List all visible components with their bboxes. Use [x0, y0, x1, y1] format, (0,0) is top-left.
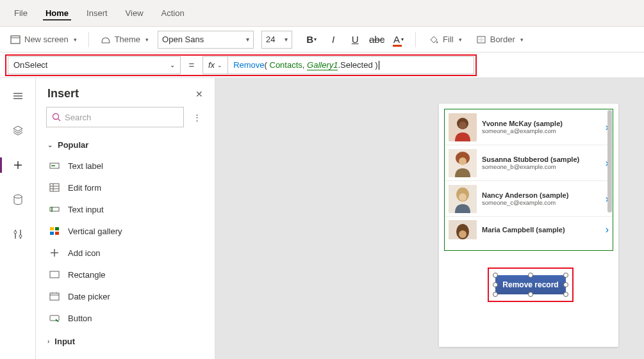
- font-family-select[interactable]: Open Sans ▾: [158, 31, 254, 49]
- resize-handle[interactable]: [493, 292, 498, 297]
- rail-insert[interactable]: [6, 154, 29, 177]
- svg-point-16: [53, 114, 59, 120]
- formula-token-paren: ): [375, 60, 377, 70]
- formula-token-comma: ,: [302, 60, 307, 70]
- formula-token-paren: (: [265, 60, 270, 70]
- formula-highlight: OnSelect ⌄ = fx ⌄ Remove( Contacts, Gall…: [5, 54, 477, 76]
- category-popular[interactable]: ⌄ Popular: [36, 135, 215, 155]
- svg-point-49: [459, 230, 466, 238]
- resize-handle[interactable]: [563, 273, 568, 278]
- formula-bar: OnSelect ⌄ = fx ⌄ Remove( Contacts, Gall…: [0, 52, 644, 78]
- search-input[interactable]: Search: [46, 107, 184, 127]
- svg-point-11: [14, 195, 22, 198]
- svg-rect-0: [11, 36, 20, 44]
- svg-point-13: [14, 231, 17, 234]
- fill-button[interactable]: Fill ▾: [424, 32, 467, 47]
- rail-database[interactable]: [6, 188, 29, 211]
- border-label: Border: [490, 35, 515, 44]
- tree-icon: [12, 92, 24, 100]
- formula-token-prop: .Selected: [338, 60, 375, 70]
- button-icon: [49, 312, 60, 324]
- strikethrough-button[interactable]: abc: [368, 31, 386, 49]
- toolbar-separator: [88, 32, 89, 47]
- italic-button[interactable]: I: [324, 31, 342, 49]
- plus-icon: [12, 159, 24, 171]
- insert-item-rectangle[interactable]: Rectangle: [36, 264, 215, 285]
- new-screen-label: New screen: [24, 35, 69, 44]
- property-value: OnSelect: [13, 60, 47, 70]
- svg-rect-29: [55, 232, 59, 235]
- more-button[interactable]: ⋮: [189, 113, 204, 122]
- bold-button[interactable]: B▾: [302, 31, 320, 49]
- close-icon[interactable]: ✕: [195, 89, 203, 99]
- theme-button[interactable]: Theme ▾: [95, 32, 154, 47]
- rail-tools[interactable]: [6, 223, 29, 246]
- insert-item-label: Button: [68, 314, 92, 323]
- insert-item-date-picker[interactable]: Date picker: [36, 285, 215, 307]
- insert-item-text-input[interactable]: Text input: [36, 198, 215, 220]
- border-button[interactable]: Border ▾: [471, 32, 529, 47]
- gallery-scrollbar[interactable]: [607, 110, 612, 212]
- gallery-row[interactable]: Susanna Stubberod (sample)someone_b@exam…: [445, 145, 613, 181]
- underline-button[interactable]: U: [346, 31, 364, 49]
- font-color-button[interactable]: A▾: [390, 31, 408, 49]
- fill-label: Fill: [443, 35, 454, 44]
- formula-token-control: Gallery1: [307, 60, 338, 70]
- resize-handle[interactable]: [528, 273, 533, 278]
- rect-icon: [49, 269, 60, 280]
- search-icon: [52, 113, 61, 122]
- equals-label: =: [181, 60, 202, 70]
- chevron-right-icon[interactable]: ›: [606, 224, 609, 235]
- formula-token-datasource: Contacts: [270, 60, 302, 70]
- gallery-item-email: someone_a@example.com: [482, 127, 600, 134]
- property-selector[interactable]: OnSelect ⌄: [8, 56, 181, 74]
- remove-record-button[interactable]: Remove record: [495, 275, 566, 294]
- menu-item-view[interactable]: View: [117, 3, 153, 23]
- calendar-icon: [49, 291, 60, 302]
- left-rail: [0, 78, 36, 359]
- ribbon-toolbar: New screen ▾ Theme ▾ Open Sans ▾ 24 ▾ B▾…: [0, 27, 644, 52]
- resize-handle[interactable]: [493, 282, 498, 287]
- gallery-row[interactable]: Nancy Anderson (sample)someone_c@example…: [445, 181, 613, 217]
- svg-rect-27: [55, 227, 59, 230]
- rail-tree-view[interactable]: [6, 84, 29, 108]
- menu-item-file[interactable]: File: [5, 3, 37, 23]
- gallery-row[interactable]: Yvonne McKay (sample)someone_a@example.c…: [445, 109, 613, 145]
- new-screen-button[interactable]: New screen ▾: [5, 32, 82, 47]
- gallery-control[interactable]: Yvonne McKay (sample)someone_a@example.c…: [444, 109, 613, 251]
- resize-handle[interactable]: [563, 282, 568, 287]
- gallery-row[interactable]: Maria Campbell (sample) ›: [445, 217, 613, 243]
- menu-item-action[interactable]: Action: [153, 3, 194, 23]
- insert-item-label: Rectangle: [68, 270, 106, 280]
- search-placeholder: Search: [65, 113, 91, 122]
- menu-item-insert[interactable]: Insert: [78, 3, 117, 23]
- svg-line-17: [58, 119, 61, 122]
- insert-item-edit-form[interactable]: Edit form: [36, 177, 215, 198]
- insert-item-vertical-gallery[interactable]: Vertical gallery: [36, 220, 215, 242]
- font-size-select[interactable]: 24 ▾: [261, 31, 292, 49]
- insert-item-button[interactable]: Button: [36, 307, 215, 329]
- insert-item-label: Add icon: [68, 248, 101, 258]
- gallery-item-name: Susanna Stubberod (sample): [482, 156, 600, 163]
- svg-rect-33: [50, 293, 59, 300]
- layers-icon: [12, 125, 24, 136]
- chevron-down-icon: ⌄: [217, 62, 222, 68]
- resize-handle[interactable]: [563, 292, 568, 297]
- category-input[interactable]: › Input: [36, 331, 215, 351]
- resize-handle[interactable]: [528, 292, 533, 297]
- chevron-down-icon: ▾: [74, 36, 77, 43]
- insert-item-label: Text label: [68, 161, 103, 171]
- menu-item-home[interactable]: Home: [37, 3, 78, 23]
- insert-item-add-icon[interactable]: Add icon: [36, 242, 215, 264]
- phone-screen: Yvonne McKay (sample)someone_a@example.c…: [439, 104, 618, 347]
- category-label: Input: [54, 337, 75, 346]
- resize-handle[interactable]: [493, 273, 498, 278]
- insert-item-text-label[interactable]: Text label: [36, 155, 215, 177]
- canvas[interactable]: Yvonne McKay (sample)someone_a@example.c…: [215, 78, 644, 359]
- fx-button[interactable]: fx ⌄: [202, 56, 227, 74]
- chevron-down-icon: ▾: [145, 36, 149, 43]
- rail-data[interactable]: [6, 119, 29, 142]
- formula-input[interactable]: Remove( Contacts, Gallery1.Selected ): [227, 56, 474, 74]
- svg-point-40: [459, 122, 466, 129]
- panel-title: Insert: [47, 87, 79, 100]
